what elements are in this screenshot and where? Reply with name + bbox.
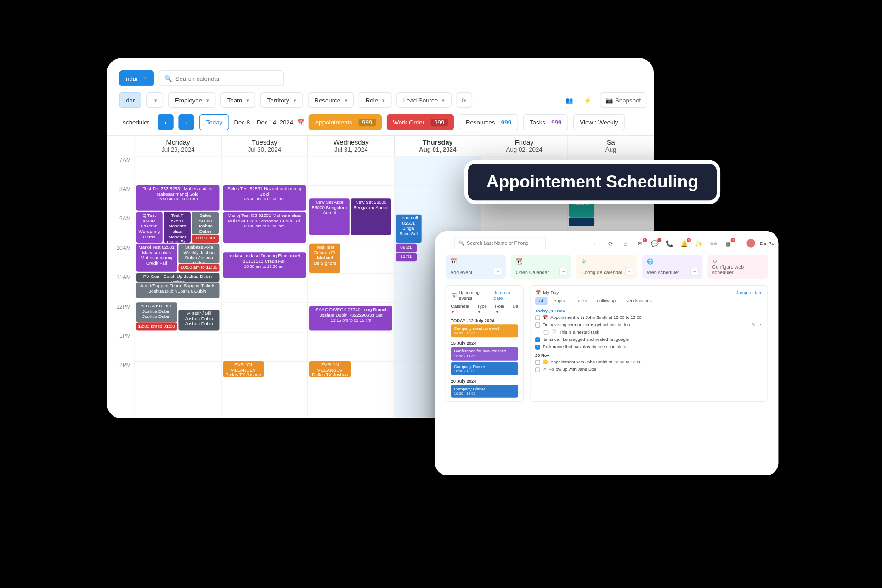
event[interactable]: Sunbase Axia Weekly Joshua Dubin Joshua … xyxy=(179,244,220,264)
globe-icon: 🌐 xyxy=(647,259,698,265)
event[interactable]: New Set Appt 56000 Bengaluru Anmol xyxy=(310,198,350,235)
mini-filter[interactable]: Role ▾ xyxy=(495,304,508,315)
tab-followup[interactable]: Follow up xyxy=(593,297,619,305)
filter-territory[interactable]: Territory▾ xyxy=(260,92,303,108)
event[interactable]: Jared/Support Team- Support Tickets Josh… xyxy=(136,282,219,298)
mini-event[interactable]: Company meet up event09:00 - 10:00 xyxy=(451,324,518,337)
tab-needs[interactable]: Needs Status xyxy=(622,297,655,305)
event[interactable]: 12:00 pm to 01:00 xyxy=(136,322,177,330)
filter-employee[interactable]: Employee▾ xyxy=(168,92,215,108)
reload-button[interactable]: ⟳ xyxy=(456,92,472,108)
search-name-input[interactable] xyxy=(467,240,541,246)
bell-icon[interactable]: 🔔9 xyxy=(679,240,689,247)
chat-icon[interactable]: 💬9 xyxy=(650,240,660,247)
event[interactable]: Test Test Orlando FL Michael DelSignore xyxy=(310,244,341,273)
mini-event[interactable]: Company Dinner16:00 - 18:00 xyxy=(451,385,518,398)
task-row[interactable]: 🟡Appointment with John Smith at 12:00 to… xyxy=(535,359,763,365)
more-icon[interactable]: ⋯ xyxy=(758,322,763,328)
event[interactable]: Test Test333 82531 Mahesra alias Mahesar… xyxy=(136,185,219,211)
task-row[interactable]: ✓Task name that has already been complet… xyxy=(535,344,763,350)
tile-add-event[interactable]: 📅Add event→ xyxy=(446,255,506,279)
mini-event[interactable]: Conference for new trainees10:00 - 14:00 xyxy=(451,347,518,360)
view-selector[interactable]: View : Weekly xyxy=(573,114,625,130)
task-row[interactable]: ↗Follow up with Jane Doe xyxy=(535,367,763,372)
event[interactable]: asdasd asdasd Dearing Emmanuel 11111111 … xyxy=(223,252,306,278)
event[interactable]: Lead null 82531 Jinga Bipin Set xyxy=(396,215,422,243)
checkbox[interactable] xyxy=(544,330,549,335)
event[interactable]: 09:21 am xyxy=(396,244,416,253)
tab-all[interactable]: All xyxy=(535,297,548,305)
next-week-button[interactable]: › xyxy=(179,114,195,130)
filter-resource[interactable]: Resource▾ xyxy=(308,92,354,108)
mini-filter[interactable]: Us xyxy=(513,304,518,315)
avatar[interactable] xyxy=(746,239,755,248)
phone-icon[interactable]: 📞 xyxy=(665,240,674,247)
checkbox[interactable] xyxy=(535,322,540,328)
tasks-counter[interactable]: Tasks999 xyxy=(523,114,568,130)
snapshot-button[interactable]: 📷Snapshot xyxy=(600,92,646,108)
tile-configure-calendar[interactable]: ⚙Configure calendar→ xyxy=(577,255,637,279)
tile-configure-web[interactable]: ⚙Configure web scheduler xyxy=(707,255,768,279)
event[interactable]: Manoj Test 82531 Mahesra alias Mahesar m… xyxy=(136,244,177,272)
checkbox[interactable] xyxy=(535,360,540,365)
appointments-pill[interactable]: Appointments999 xyxy=(309,114,382,130)
checkbox[interactable]: ✓ xyxy=(535,337,540,342)
caret-filter[interactable]: ▾ xyxy=(146,92,163,108)
event[interactable]: Sales Test 82531 Hazaribagh manoj Sold08… xyxy=(223,185,306,211)
edit-icon[interactable]: ✎ xyxy=(752,322,756,328)
grid-icon[interactable]: ▦9 xyxy=(723,240,733,247)
task-row[interactable]: 📄This is a nested task xyxy=(535,329,763,335)
search-calendar-field[interactable]: 🔍 xyxy=(159,70,284,86)
tab-appts[interactable]: Appts. xyxy=(550,297,570,305)
event[interactable]: Sales Scrum Joshua Dubin Joshua Dubin xyxy=(192,212,219,234)
search-name-field[interactable]: 🔍 xyxy=(454,237,546,249)
task-row[interactable]: ✓Items can be dragged and nested list go… xyxy=(535,337,763,342)
checkbox[interactable]: ✓ xyxy=(535,344,540,349)
users-icon[interactable]: 👥 xyxy=(563,94,576,107)
mini-filter[interactable]: Calendar ▾ xyxy=(451,304,472,315)
event[interactable]: BLOCKED OFF Joshua Dubin Joshua Dubin xyxy=(136,302,177,322)
event[interactable]: 11:41 am xyxy=(396,253,416,262)
tile-web-scheduler[interactable]: 🌐Web scheduler→ xyxy=(642,255,702,279)
glasses-icon[interactable]: 👓 xyxy=(708,240,718,247)
workorder-pill[interactable]: Work Order999 xyxy=(387,114,454,130)
task-row[interactable]: 📅Appointment with John Smith at 12:00 to… xyxy=(535,315,763,320)
filter-leadsource[interactable]: Lead Source▾ xyxy=(396,92,451,108)
filter-role[interactable]: Role▾ xyxy=(359,92,391,108)
event[interactable]: ISAAC DWECK 07740 Long Branch Joshua Dub… xyxy=(310,306,393,330)
calendar-tab[interactable]: ndar▼ xyxy=(119,70,154,86)
event[interactable]: Test T 82531 Mahesra alias Mahesar manoj… xyxy=(164,212,191,243)
event[interactable]: Manoj Test455 82531 Mahesra alias Mahesa… xyxy=(223,212,306,243)
mail-icon[interactable]: ✉9 xyxy=(635,240,645,247)
event[interactable]: 09:00 am xyxy=(192,235,219,243)
prev-week-button[interactable]: ‹ xyxy=(158,114,174,130)
event[interactable]: New Set 56000 Bengaluru Anmol xyxy=(351,198,391,235)
subtab-dar[interactable]: dar xyxy=(119,92,141,108)
tab-tasks[interactable]: Tasks xyxy=(572,297,590,305)
date-range[interactable]: Dec 8 – Dec 14, 2024 📅 xyxy=(234,119,304,126)
filter-team[interactable]: Team▾ xyxy=(220,92,255,108)
tile-open-calendar[interactable]: 📆Open Calendar→ xyxy=(511,255,571,279)
spark-icon[interactable]: ✨ xyxy=(694,240,703,247)
event[interactable] xyxy=(569,217,595,226)
back-icon[interactable]: ← xyxy=(591,240,601,247)
home-icon[interactable]: ⌂ xyxy=(621,240,630,247)
mini-event[interactable]: Company Dinner16:00 - 18:00 xyxy=(451,362,518,375)
search-calendar-input[interactable] xyxy=(175,75,279,82)
event[interactable]: EVELYN VILLANUEV Dallas TX Joshua xyxy=(223,361,264,377)
checkbox[interactable] xyxy=(535,367,540,372)
jump-to-date-link[interactable]: Jump to date xyxy=(736,289,763,295)
bolt-icon[interactable]: ⚡ xyxy=(582,94,594,107)
mini-filter[interactable]: Type ▾ xyxy=(477,304,490,315)
refresh-icon[interactable]: ⟳ xyxy=(606,240,616,247)
event[interactable]: 10:00 am to 11:00 xyxy=(179,264,220,272)
today-button[interactable]: Today xyxy=(199,114,229,130)
event[interactable]: EVELYN VILLANUEV Dallas TX Joshua xyxy=(310,361,351,377)
checkbox[interactable] xyxy=(535,315,540,320)
event[interactable]: Q Test 46943 Laketon Wellspring Demo xyxy=(136,212,163,243)
task-row[interactable]: On hovering over on items get actions bu… xyxy=(535,322,763,328)
resources-counter[interactable]: Resources999 xyxy=(459,114,518,130)
event[interactable]: Alistair / Bill Joshua Dubin Joshua Dubi… xyxy=(179,310,220,330)
event[interactable]: PV Gen - Catch Up Joshua Dubin Joshua xyxy=(136,273,219,282)
jump-to-date-link[interactable]: Jump to date xyxy=(494,289,518,300)
